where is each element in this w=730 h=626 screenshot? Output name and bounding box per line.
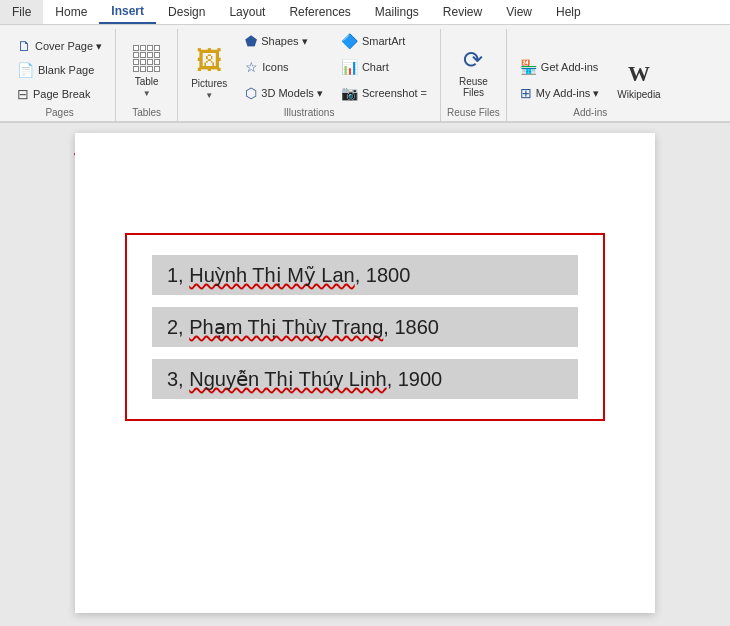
name-1-squiggly: Huỳnh Thị Mỹ Lan <box>189 264 355 286</box>
group-reuse-files: ⟳ ReuseFiles Reuse Files <box>441 29 507 121</box>
wikipedia-button[interactable]: W Wikipedia <box>610 56 667 105</box>
chart-label: Chart <box>362 61 389 73</box>
table-icon <box>133 45 160 72</box>
pictures-dropdown-arrow: ▼ <box>205 91 213 100</box>
tab-layout[interactable]: Layout <box>217 0 277 24</box>
pictures-button[interactable]: 🖼 Pictures ▼ <box>184 40 234 105</box>
table-label: Table <box>135 76 159 87</box>
pictures-label: Pictures <box>191 78 227 89</box>
shapes-label: Shapes ▾ <box>261 35 307 48</box>
group-addins: 🏪 Get Add-ins ⊞ My Add-ins ▾ W Wikipedia… <box>507 29 674 121</box>
tab-file[interactable]: File <box>0 0 43 24</box>
icons-label: Icons <box>262 61 288 73</box>
pages-group-label: Pages <box>45 105 73 121</box>
ribbon-tab-bar: File Home Insert Design Layout Reference… <box>0 0 730 25</box>
content-item-3: 3, Nguyễn Thị Thúy Linh, 1900 <box>152 359 578 399</box>
illustrations-group-label: Illustrations <box>284 105 335 121</box>
cover-page-icon: 🗋 <box>17 39 31 53</box>
reuse-files-buttons: ⟳ ReuseFiles <box>448 29 499 105</box>
reuse-files-icon: ⟳ <box>463 46 483 74</box>
screenshot-icon: 📷 <box>341 85 358 101</box>
cover-page-label: Cover Page ▾ <box>35 40 102 53</box>
3d-models-label: 3D Models ▾ <box>261 87 323 100</box>
3d-models-icon: ⬡ <box>245 85 257 101</box>
tab-insert[interactable]: Insert <box>99 0 156 24</box>
smartart-button[interactable]: 🔷 SmartArt <box>334 29 434 53</box>
shapes-button[interactable]: ⬟ Shapes ▾ <box>238 29 330 53</box>
table-button[interactable]: Table ▼ <box>122 38 171 105</box>
screenshot-button[interactable]: 📷 Screenshot = <box>334 81 434 105</box>
icons-button[interactable]: ☆ Icons <box>238 55 330 79</box>
get-addins-button[interactable]: 🏪 Get Add-ins <box>513 55 606 79</box>
wikipedia-icon: W <box>628 61 650 87</box>
my-addins-icon: ⊞ <box>520 85 532 101</box>
addins-group-label: Add-ins <box>573 105 607 121</box>
shapes-icon: ⬟ <box>245 33 257 49</box>
smartart-column: 🔷 SmartArt 📊 Chart 📷 Screenshot = <box>334 29 434 105</box>
tab-mailings[interactable]: Mailings <box>363 0 431 24</box>
ribbon: File Home Insert Design Layout Reference… <box>0 0 730 123</box>
smartart-icon: 🔷 <box>341 33 358 49</box>
name-3-squiggly: Nguyễn Thị Thúy Linh <box>189 368 386 390</box>
table-dropdown-arrow: ▼ <box>143 89 151 98</box>
content-box: 1, Huỳnh Thị Mỹ Lan, 1800 2, Phạm Thị Th… <box>125 233 605 421</box>
page-break-icon: ⊟ <box>17 87 29 101</box>
document-page: 1, Huỳnh Thị Mỹ Lan, 1800 2, Phạm Thị Th… <box>75 133 655 613</box>
chart-button[interactable]: 📊 Chart <box>334 55 434 79</box>
group-illustrations: 🖼 Pictures ▼ ⬟ Shapes ▾ ☆ Icons ⬡ <box>178 29 441 121</box>
shapes-column: ⬟ Shapes ▾ ☆ Icons ⬡ 3D Models ▾ <box>238 29 330 105</box>
ribbon-body: 🗋 Cover Page ▾ 📄 Blank Page ⊟ Page Break… <box>0 25 730 122</box>
3d-models-button[interactable]: ⬡ 3D Models ▾ <box>238 81 330 105</box>
smartart-label: SmartArt <box>362 35 405 47</box>
content-item-2: 2, Phạm Thị Thùy Trang, 1860 <box>152 307 578 347</box>
page-break-label: Page Break <box>33 88 90 100</box>
reuse-files-button[interactable]: ⟳ ReuseFiles <box>448 39 499 105</box>
cover-page-button[interactable]: 🗋 Cover Page ▾ <box>10 35 109 57</box>
tab-references[interactable]: References <box>277 0 362 24</box>
my-addins-button[interactable]: ⊞ My Add-ins ▾ <box>513 81 606 105</box>
page-break-button[interactable]: ⊟ Page Break <box>10 83 109 105</box>
wikipedia-label: Wikipedia <box>617 89 660 100</box>
my-addins-label: My Add-ins ▾ <box>536 87 599 100</box>
pages-buttons: 🗋 Cover Page ▾ 📄 Blank Page ⊟ Page Break <box>10 29 109 105</box>
addins-column: 🏪 Get Add-ins ⊞ My Add-ins ▾ <box>513 55 606 105</box>
content-item-1: 1, Huỳnh Thị Mỹ Lan, 1800 <box>152 255 578 295</box>
pictures-icon: 🖼 <box>196 45 222 76</box>
reuse-files-label: ReuseFiles <box>459 76 488 98</box>
group-pages: 🗋 Cover Page ▾ 📄 Blank Page ⊟ Page Break… <box>4 29 116 121</box>
get-addins-label: Get Add-ins <box>541 61 598 73</box>
blank-page-icon: 📄 <box>17 63 34 77</box>
tab-design[interactable]: Design <box>156 0 217 24</box>
blank-page-button[interactable]: 📄 Blank Page <box>10 59 109 81</box>
tab-home[interactable]: Home <box>43 0 99 24</box>
blank-page-label: Blank Page <box>38 64 94 76</box>
reuse-files-group-label: Reuse Files <box>447 105 500 121</box>
get-addins-icon: 🏪 <box>520 59 537 75</box>
tab-help[interactable]: Help <box>544 0 593 24</box>
chart-icon: 📊 <box>341 59 358 75</box>
tab-review[interactable]: Review <box>431 0 494 24</box>
tables-group-label: Tables <box>132 105 161 121</box>
illustrations-buttons: 🖼 Pictures ▼ ⬟ Shapes ▾ ☆ Icons ⬡ <box>184 29 434 105</box>
icons-icon: ☆ <box>245 59 258 75</box>
screenshot-label: Screenshot = <box>362 87 427 99</box>
document-area: 1, Huỳnh Thị Mỹ Lan, 1800 2, Phạm Thị Th… <box>0 123 730 626</box>
group-tables: Table ▼ Tables <box>116 29 178 121</box>
addins-buttons: 🏪 Get Add-ins ⊞ My Add-ins ▾ W Wikipedia <box>513 29 668 105</box>
tab-view[interactable]: View <box>494 0 544 24</box>
name-2-squiggly: Phạm Thị Thùy Trang <box>189 316 383 338</box>
tables-buttons: Table ▼ <box>122 29 171 105</box>
